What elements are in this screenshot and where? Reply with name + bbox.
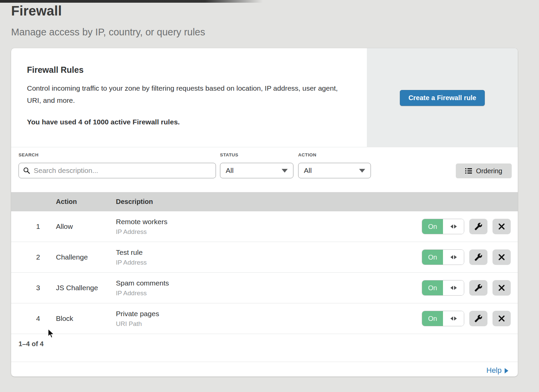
column-header-description: Description xyxy=(116,192,153,211)
table-row: 1 Allow Remote workers IP Address On xyxy=(11,211,518,242)
ordering-button[interactable]: Ordering xyxy=(456,163,512,178)
toggle-handle xyxy=(443,250,464,265)
toggle-handle xyxy=(443,219,464,234)
delete-rule-button[interactable] xyxy=(493,280,511,296)
toggle-handle xyxy=(443,280,464,295)
arrow-left-icon xyxy=(450,286,453,290)
create-firewall-rule-button[interactable]: Create a Firewall rule xyxy=(400,90,484,106)
page-subtitle: Manage access by IP, country, or query r… xyxy=(11,27,205,38)
rule-description-title: Remote workers xyxy=(116,218,167,226)
arrow-left-icon xyxy=(450,255,453,259)
table-header: Action Description xyxy=(11,192,518,211)
firewall-rules-intro: Firewall Rules Control incoming traffic … xyxy=(11,48,518,147)
close-icon xyxy=(498,315,505,322)
ordered-list-icon xyxy=(465,168,472,174)
action-label: ACTION xyxy=(298,152,316,157)
close-icon xyxy=(498,223,505,230)
arrow-right-icon xyxy=(454,286,457,290)
page-title: Firewall xyxy=(11,3,205,19)
chevron-down-icon xyxy=(282,169,288,173)
ordering-button-label: Ordering xyxy=(476,167,502,175)
rule-description: Test rule IP Address xyxy=(116,248,147,266)
rule-match-field: URI Path xyxy=(116,320,159,328)
edit-rule-button[interactable] xyxy=(469,280,487,296)
card-heading: Firewall Rules xyxy=(27,65,350,75)
window-top-edge xyxy=(0,0,263,3)
toggle-on-label: On xyxy=(422,219,443,234)
card-description: Control incoming traffic to your zone by… xyxy=(27,82,350,107)
status-label: STATUS xyxy=(220,152,238,157)
delete-rule-button[interactable] xyxy=(493,249,511,265)
toggle-handle xyxy=(443,311,464,326)
table-row: 2 Challenge Test rule IP Address On xyxy=(11,242,518,273)
status-select[interactable]: All xyxy=(220,163,293,178)
rule-description: Remote workers IP Address xyxy=(116,218,167,236)
toggle-on-label: On xyxy=(422,311,443,326)
rule-action: JS Challenge xyxy=(56,273,98,303)
wrench-icon xyxy=(474,314,482,323)
arrow-right-icon xyxy=(505,368,508,373)
rule-action: Block xyxy=(56,303,73,334)
rule-match-field: IP Address xyxy=(116,228,167,236)
rule-description-title: Private pages xyxy=(116,310,159,318)
card-footer: Help xyxy=(11,362,518,376)
action-select[interactable]: All xyxy=(298,163,371,178)
delete-rule-button[interactable] xyxy=(493,311,511,326)
table-row: 3 JS Challenge Spam comments IP Address … xyxy=(11,273,518,303)
status-select-value: All xyxy=(226,167,233,175)
rule-priority: 3 xyxy=(31,273,45,303)
pagination-summary: 1–4 of 4 xyxy=(19,340,43,348)
column-header-action: Action xyxy=(56,192,77,211)
rule-description-title: Spam comments xyxy=(116,279,169,287)
arrow-right-icon xyxy=(454,255,457,259)
arrow-right-icon xyxy=(454,316,457,321)
toggle-on-label: On xyxy=(422,250,443,265)
rule-priority: 4 xyxy=(31,303,45,334)
search-field-wrap xyxy=(19,163,216,178)
help-link-label: Help xyxy=(486,366,502,375)
toggle-on-label: On xyxy=(422,280,443,295)
wrench-icon xyxy=(474,222,482,231)
help-link[interactable]: Help xyxy=(486,366,508,375)
rule-enabled-toggle[interactable]: On xyxy=(422,249,464,265)
arrow-left-icon xyxy=(450,224,453,229)
arrow-right-icon xyxy=(454,224,457,229)
wrench-icon xyxy=(474,284,482,292)
rule-priority: 2 xyxy=(31,242,45,272)
rule-match-field: IP Address xyxy=(116,259,147,266)
action-select-value: All xyxy=(304,167,312,175)
rule-description: Private pages URI Path xyxy=(116,310,159,328)
wrench-icon xyxy=(474,253,482,261)
rule-enabled-toggle[interactable]: On xyxy=(422,219,464,234)
usage-note: You have used 4 of 1000 active Firewall … xyxy=(27,118,350,126)
table-row: 4 Block Private pages URI Path On xyxy=(11,303,518,334)
rule-description: Spam comments IP Address xyxy=(116,279,169,297)
rule-match-field: IP Address xyxy=(116,290,169,297)
search-input[interactable] xyxy=(19,163,216,178)
close-icon xyxy=(498,284,505,292)
edit-rule-button[interactable] xyxy=(469,219,487,234)
edit-rule-button[interactable] xyxy=(469,311,487,326)
search-icon xyxy=(23,167,30,174)
chevron-down-icon xyxy=(359,169,365,173)
firewall-rules-card: Firewall Rules Control incoming traffic … xyxy=(11,48,518,376)
arrow-left-icon xyxy=(450,316,453,321)
rule-description-title: Test rule xyxy=(116,248,147,257)
rule-action: Challenge xyxy=(56,242,88,272)
rule-enabled-toggle[interactable]: On xyxy=(422,311,464,326)
close-icon xyxy=(498,253,505,261)
rule-enabled-toggle[interactable]: On xyxy=(422,280,464,296)
rule-action: Allow xyxy=(56,211,73,242)
create-rule-panel: Create a Firewall rule xyxy=(367,48,518,147)
intro-text: Firewall Rules Control incoming traffic … xyxy=(27,65,350,126)
page-header: Firewall Manage access by IP, country, o… xyxy=(11,3,205,38)
firewall-page: { "page": { "title": "Firewall", "subtit… xyxy=(0,0,539,392)
search-label: SEARCH xyxy=(19,152,38,157)
delete-rule-button[interactable] xyxy=(493,219,511,234)
rules-table-body: 1 Allow Remote workers IP Address On 2 C… xyxy=(11,211,518,334)
rule-priority: 1 xyxy=(31,211,45,242)
edit-rule-button[interactable] xyxy=(469,249,487,265)
